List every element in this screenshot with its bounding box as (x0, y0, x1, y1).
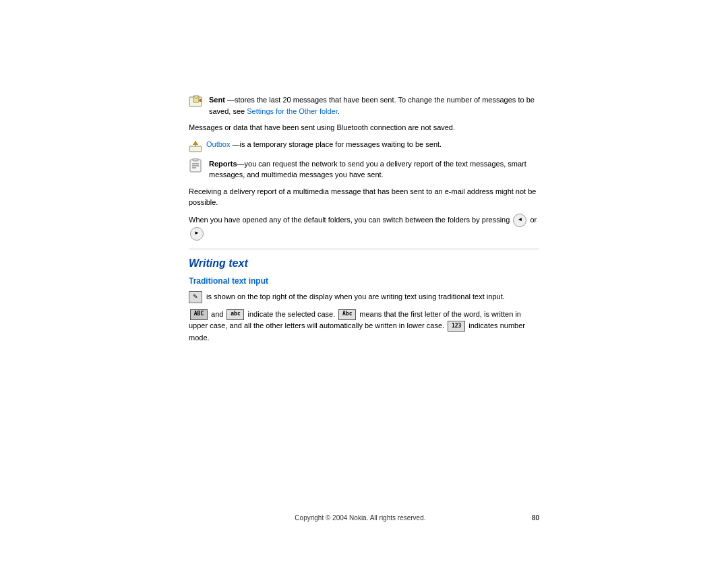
outbox-icon (189, 139, 202, 153)
svg-rect-9 (193, 158, 198, 161)
nav-icon-right: ► (190, 227, 204, 241)
sent-label: Sent (209, 96, 225, 104)
writing-text-heading: Writing text (189, 257, 539, 270)
reports-description: —you can request the network to send you… (209, 160, 526, 179)
indicate-text: indicate the selected case. (248, 310, 338, 318)
footer-inner: Copyright © 2004 Nokia. All rights reser… (189, 514, 539, 522)
outbox-text: Outbox —is a temporary storage place for… (206, 139, 539, 150)
nav-section: When you have opened any of the default … (189, 214, 539, 241)
traditional-input-heading: Traditional text input (189, 276, 539, 286)
section-divider (189, 249, 539, 249)
outbox-row: Outbox —is a temporary storage place for… (189, 139, 539, 153)
outbox-label[interactable]: Outbox (206, 140, 230, 148)
number-mode-box: 123 (448, 321, 465, 332)
and-text: and (211, 310, 225, 318)
reports-label: Reports (209, 160, 237, 168)
reports-icon (189, 158, 204, 173)
svg-rect-5 (189, 146, 202, 152)
footer-copyright: Copyright © 2004 Nokia. All rights reser… (189, 514, 532, 522)
page-container: Sent —stores the last 20 messages that h… (189, 94, 539, 349)
page-number: 80 (532, 514, 539, 522)
reports-extra: Receiving a delivery report of a multime… (189, 186, 539, 208)
abc-uppercase-box: ABC (190, 309, 208, 320)
writing-mode-icon: ✎ (189, 291, 202, 303)
reports-text: Reports—you can request the network to s… (209, 158, 539, 181)
settings-link[interactable]: Settings for the Other folder (247, 107, 338, 115)
traditional-para2: ABC and abc indicate the selected case. … (189, 309, 539, 344)
nav-icon-left: ◄ (513, 214, 526, 227)
nav-or: or (530, 215, 537, 223)
traditional-para1: ✎ is shown on the top right of the displ… (189, 291, 539, 303)
page-footer: Copyright © 2004 Nokia. All rights reser… (0, 514, 728, 522)
sent-text: Sent —stores the last 20 messages that h… (209, 94, 539, 117)
sent-row: Sent —stores the last 20 messages that h… (189, 94, 539, 117)
para1-text: is shown on the top right of the display… (206, 292, 505, 301)
sent-icon (189, 94, 204, 109)
abc-lowercase-box: abc (226, 309, 244, 320)
reports-row: Reports—you can request the network to s… (189, 158, 539, 181)
bluetooth-text: Messages or data that have been sent usi… (189, 122, 539, 133)
outbox-description: —is a temporary storage place for messag… (230, 140, 442, 148)
nav-text: When you have opened any of the default … (189, 215, 512, 223)
abc-titlecase-box: Abc (338, 309, 356, 320)
